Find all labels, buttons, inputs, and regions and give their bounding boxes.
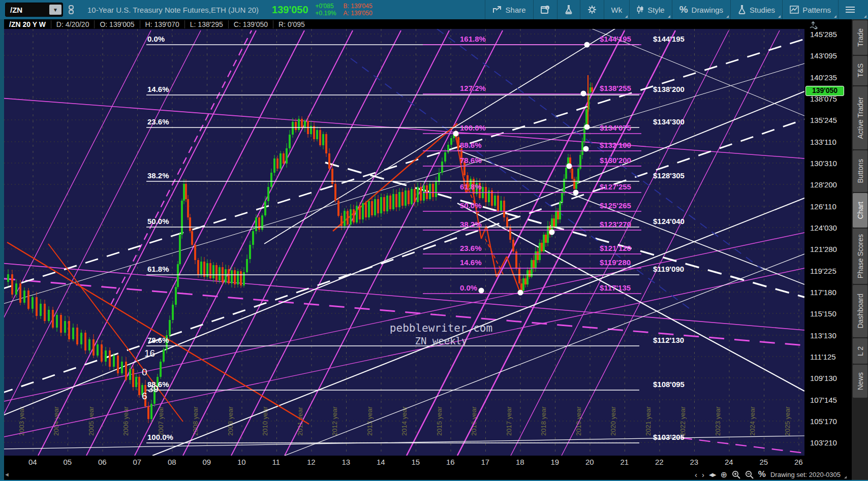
sidebar-tab-trade[interactable]: Trade — [853, 20, 867, 55]
drawings-button[interactable]: % Drawings — [672, 0, 730, 19]
time-axis-year: 25 — [760, 458, 768, 466]
candle-body — [573, 179, 575, 189]
candle-body — [52, 310, 54, 328]
sidebar-tab-chart[interactable]: Chart — [853, 193, 867, 228]
candle-body — [197, 260, 199, 274]
candle-body — [541, 243, 543, 251]
expand-icon[interactable]: ◀▶ — [709, 472, 716, 477]
candle-body — [432, 184, 434, 197]
fib-price-label: $125'265 — [600, 201, 631, 210]
candle-body — [429, 184, 431, 199]
studies-button[interactable]: Studies — [731, 0, 782, 19]
time-axis-year: 19 — [551, 458, 560, 466]
price-tick: 133'110 — [810, 138, 836, 146]
fib-pct-label: 0.0% — [460, 283, 477, 292]
candle-body — [88, 339, 90, 350]
price-tick: 103'210 — [810, 438, 837, 447]
fib-price-label: $121'120 — [600, 244, 631, 252]
wave-count-label: 39 — [148, 383, 159, 394]
price-tick: 145'285 — [810, 30, 837, 39]
candle-body — [255, 217, 257, 231]
scroll-left-icon[interactable]: ◄ — [4, 471, 10, 477]
ohlc-cell: H: 139'070 — [140, 20, 184, 28]
candle-body — [15, 283, 17, 295]
candle-body — [44, 304, 46, 321]
timeframe-button[interactable]: Wk — [604, 0, 630, 19]
flask-icon — [565, 5, 573, 14]
candle-body — [383, 197, 385, 211]
sidebar-tab-active-trader[interactable]: Active Trader — [853, 86, 867, 149]
wave-count-label: 6 — [142, 391, 147, 401]
sidebar-tab-l-2[interactable]: L 2 — [853, 338, 867, 364]
link-button[interactable] — [63, 0, 79, 19]
candle-body — [337, 201, 339, 216]
sidebar-tab-dashboard[interactable]: Dashboard — [853, 285, 867, 337]
sidebar-tab-phase-scores[interactable]: Phase Scores — [853, 229, 867, 284]
fib-pct-label: 23.6% — [460, 244, 482, 252]
candle-body — [225, 269, 227, 282]
candle-body — [273, 158, 275, 173]
candle-body — [286, 148, 288, 164]
drawing-set-selector[interactable]: Drawing set: 2020-0305 — [770, 471, 847, 478]
crosshair-icon[interactable]: ⊕ — [720, 470, 727, 479]
candle-body — [132, 369, 134, 387]
time-axis-year: 05 — [64, 458, 72, 466]
sidebar-tab-t-s[interactable]: T&S — [853, 56, 867, 85]
symbol-text: /ZN — [6, 6, 49, 14]
time-axis-year: 04 — [28, 458, 37, 466]
candle-body — [512, 240, 514, 251]
time-axis-year: 07 — [133, 458, 142, 466]
time-axis[interactable]: 0405060708091011121314151617181920212223… — [0, 456, 852, 469]
zoom-in-icon[interactable] — [732, 470, 740, 479]
year-watermark: 2003 year — [18, 406, 25, 436]
fib-pct-label: 100.0% — [147, 433, 173, 441]
price-axis[interactable]: 139'050 145'285143'095140'235138'075135'… — [804, 19, 852, 468]
fib-price-label: $127'255 — [600, 182, 631, 191]
price-change: +0'085+0.19% — [316, 3, 336, 17]
year-watermark: 2021 year — [644, 406, 652, 436]
candle-body — [537, 251, 539, 260]
zoom-out-icon[interactable] — [745, 470, 754, 479]
trendline — [4, 233, 804, 401]
candle-body — [237, 271, 239, 284]
candle-body — [56, 315, 58, 328]
style-button[interactable]: Style — [630, 0, 671, 19]
candle-body — [334, 184, 336, 201]
fib-price-label: $117'135 — [600, 283, 631, 292]
candle-body — [301, 119, 303, 128]
share-button[interactable]: Share — [485, 0, 533, 19]
wave-count-label: 0 — [142, 367, 147, 377]
sidebar-tab-news[interactable]: News — [853, 365, 867, 398]
candle-body — [344, 211, 346, 226]
watermark-text: pebblewriter.com — [390, 322, 492, 334]
chevron-right-icon[interactable]: › — [702, 470, 704, 479]
fib-pct-label: 78.6% — [147, 336, 169, 344]
candle-body — [160, 362, 162, 377]
fib-price-label: $144'195 — [653, 35, 685, 43]
hamburger-icon — [846, 6, 855, 13]
symbol-dropdown-icon[interactable]: ▼ — [49, 5, 61, 15]
settings-button[interactable] — [580, 0, 604, 19]
candle-body — [577, 169, 579, 182]
candle-body — [328, 153, 330, 169]
menu-button[interactable] — [839, 0, 868, 19]
candle-body — [249, 245, 251, 259]
patterns-button[interactable]: Patterns — [783, 0, 838, 19]
candle-body — [444, 152, 446, 162]
candle-body — [350, 209, 352, 225]
notebook-button[interactable]: i — [534, 0, 557, 19]
chevron-left-icon[interactable]: ‹ — [695, 470, 697, 479]
price-tick: 140'235 — [810, 73, 837, 82]
sidebar-tab-buttons[interactable]: Buttons — [853, 150, 867, 192]
candle-body — [565, 168, 567, 179]
chart-canvas[interactable]: 2003 year2004 year2005 year2006 year2007… — [4, 29, 804, 456]
year-watermark: 2013 year — [366, 406, 374, 436]
candle-body — [258, 217, 260, 230]
bottom-toolbar: ◄ ‹ › ◀▶ ⊕ % Drawing set: 2020-0305 — [0, 469, 852, 480]
analyze-button[interactable] — [557, 0, 580, 19]
candle-body — [84, 333, 86, 350]
symbol-input[interactable]: /ZN ▼ — [5, 3, 63, 17]
time-axis-year: 22 — [655, 458, 664, 466]
candle-body — [138, 377, 140, 395]
percent-scale-icon[interactable]: % — [758, 469, 766, 479]
